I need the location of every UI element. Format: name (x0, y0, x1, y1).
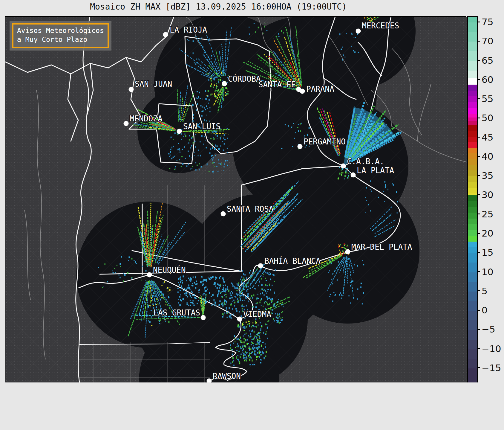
colorbar-segment (468, 301, 477, 311)
radar-echo-speckle (198, 96, 199, 98)
radar-echo-speckle (237, 283, 238, 285)
radar-echo-speckle (154, 299, 155, 301)
radar-echo-speckle (161, 297, 163, 298)
colorbar-segment (468, 91, 477, 97)
radar-echo-speckle (358, 52, 359, 53)
radar-echo-speckle (255, 277, 256, 278)
colorbar-tick-mark (477, 271, 480, 272)
radar-echo-speckle (188, 305, 189, 306)
radar-echo-speckle (201, 166, 202, 167)
radar-echo-speckle (226, 93, 227, 94)
radar-echo-speckle (201, 276, 203, 277)
radar-echo-speckle (145, 295, 146, 295)
radar-echo-speckle (261, 289, 263, 290)
colorbar-segment (468, 219, 477, 225)
radar-echo-speckle (267, 304, 268, 306)
radar-echo-speckle (231, 291, 232, 292)
radar-echo-speckle (224, 304, 226, 305)
radar-echo-speckle (268, 274, 269, 275)
radar-echo-speckle (267, 291, 268, 292)
radar-echo-speckle (183, 136, 184, 137)
radar-echo-speckle (283, 303, 284, 304)
radar-echo-speckle (147, 293, 148, 294)
radar-echo-speckle (120, 263, 121, 265)
radar-echo-speckle (241, 285, 242, 287)
radar-echo-speckle (193, 52, 194, 54)
radar-echo-speckle (264, 271, 265, 272)
radar-echo-speckle (277, 313, 278, 315)
radar-echo-speckle (123, 280, 124, 282)
radar-echo-speckle (107, 281, 108, 282)
radar-echo-speckle (198, 150, 199, 151)
radar-echo-speckle (197, 91, 198, 92)
radar-echo-speckle (201, 135, 202, 137)
radar-echo-speckle (214, 283, 215, 285)
radar-echo-speckle (229, 316, 230, 317)
radar-echo-speckle (191, 291, 192, 292)
radar-echo-speckle (230, 314, 232, 316)
radar-echo-speckle (370, 189, 371, 190)
radar-echo-speckle (250, 270, 251, 271)
radar-echo-speckle (240, 315, 242, 317)
radar-echo-speckle (235, 347, 236, 348)
radar-echo-speckle (237, 287, 238, 288)
radar-echo-speckle (212, 131, 214, 133)
radar-echo-speckle (194, 305, 195, 306)
radar-echo-speckle (237, 301, 238, 302)
radar-echo-speckle (203, 110, 203, 112)
radar-echo-speckle (178, 143, 179, 144)
radar-echo-speckle (249, 277, 249, 278)
radar-echo-speckle (278, 33, 279, 35)
radar-echo-speckle (183, 290, 184, 291)
radar-echo-speckle (240, 354, 241, 355)
radar-echo-speckle (230, 362, 231, 364)
radar-echo-speckle (206, 74, 208, 74)
radar-echo-speckle (250, 336, 252, 336)
radar-echo-speckle (190, 300, 191, 301)
radar-echo-speckle (225, 92, 226, 93)
colorbar-segment (468, 330, 477, 340)
radar-echo-speckle (243, 330, 245, 331)
radar-echo-speckle (258, 346, 260, 348)
radar-echo-speckle (189, 155, 190, 157)
radar-echo-speckle (298, 124, 299, 125)
radar-echo-speckle (134, 260, 134, 261)
radar-mosaic-figure: Mosaico ZH MAX [dBZ] 13.09.2025 16:00HOA… (0, 0, 504, 430)
radar-echo-speckle (341, 174, 342, 176)
radar-echo-speckle (255, 326, 256, 327)
radar-echo-speckle (266, 351, 266, 353)
radar-echo-speckle (211, 76, 212, 77)
radar-echo-speckle (251, 352, 252, 354)
radar-echo-speckle (215, 144, 216, 147)
radar-echo-speckle (194, 62, 195, 63)
radar-echo-speckle (147, 291, 148, 292)
city-label: LA RIOJA (170, 25, 207, 34)
radar-echo-speckle (343, 247, 344, 248)
radar-echo-speckle (187, 302, 188, 304)
radar-echo-speckle (217, 146, 218, 147)
radar-echo-speckle (202, 37, 203, 38)
radar-echo-speckle (249, 298, 250, 299)
radar-echo-speckle (174, 169, 175, 170)
radar-echo-speckle (170, 151, 171, 153)
radar-echo-speckle (249, 27, 249, 28)
radar-echo-speckle (115, 272, 116, 273)
radar-echo-speckle (227, 138, 228, 139)
radar-echo-speckle (187, 39, 188, 40)
radar-echo-speckle (194, 297, 196, 298)
radar-echo-speckle (205, 290, 206, 292)
radar-echo-speckle (255, 288, 256, 289)
warning-line-2: a Muy Corto Plazo (17, 35, 104, 44)
radar-echo-speckle (238, 338, 239, 340)
radar-echo-speckle (163, 283, 164, 284)
radar-echo-speckle (283, 306, 284, 307)
radar-echo-speckle (270, 289, 271, 291)
radar-echo-speckle (305, 147, 306, 148)
radar-echo-speckle (186, 280, 187, 281)
colorbar-tick-label: 25 (482, 209, 493, 219)
radar-echo-speckle (274, 306, 275, 307)
radar-echo-speckle (282, 317, 283, 318)
radar-echo-speckle (237, 343, 238, 345)
radar-echo-speckle (241, 276, 242, 278)
radar-echo-speckle (281, 148, 282, 149)
